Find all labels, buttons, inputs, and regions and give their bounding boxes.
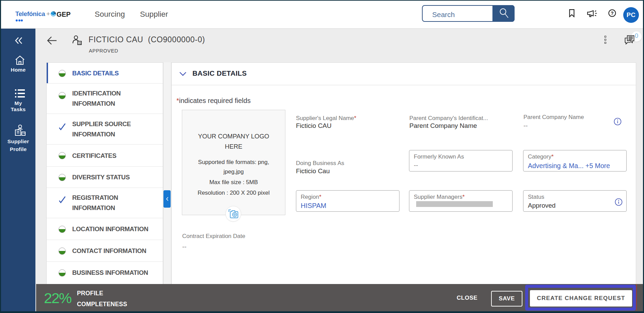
svg-text:?: ?	[611, 11, 614, 16]
